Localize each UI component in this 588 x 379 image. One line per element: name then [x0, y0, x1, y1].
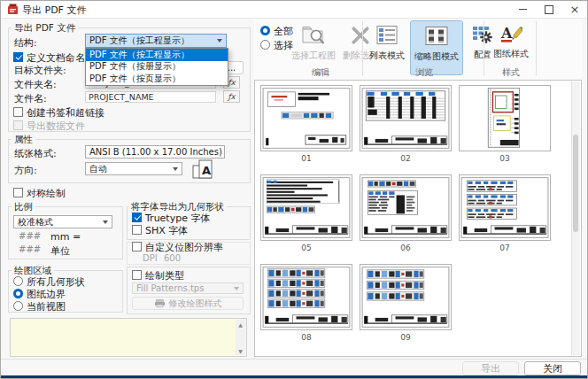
edit-group-caption: 编辑	[312, 66, 329, 79]
structure-combobox[interactable]: PDF 文件（按工程显示）	[85, 34, 227, 48]
formula-icon: ƒx	[228, 78, 235, 87]
style-group-caption: 样式	[502, 66, 520, 79]
thumbnail-drawing	[261, 175, 352, 240]
list-mode-button[interactable]: 列表模式	[365, 20, 409, 75]
paper-format-combobox[interactable]: ANSI B (11.00 x 17.00 Inches)	[85, 145, 225, 159]
orientation-combobox[interactable]: 自动	[85, 162, 182, 175]
modify-plot-style-button: 修改绘图样式	[132, 297, 244, 310]
svg-text:A: A	[500, 25, 513, 42]
list-mode-label: 列表模式	[369, 50, 405, 62]
calibration-value: 校准格式	[18, 216, 53, 228]
area-sheet-boundary-radio[interactable]	[13, 289, 23, 298]
pattern-combobox: Fill Patterns.tps	[132, 282, 244, 294]
formula-icon: ƒx	[228, 92, 235, 101]
ellipsis-icon: ...	[228, 63, 236, 73]
sheet-style-icon: A	[499, 24, 522, 44]
area-all-geometry-label: 所有几何形状	[27, 275, 85, 289]
bookmarks-label: 创建书签和超链接	[27, 106, 104, 120]
export-group-title: 导出 PDF 文件	[12, 22, 78, 35]
select-drawing-label: 选择工程图	[291, 50, 336, 62]
description-box[interactable]: ▲ ▼	[10, 318, 247, 357]
thumbnail-label: 06	[360, 244, 452, 252]
close-button[interactable]: ×	[561, 1, 588, 18]
thumbnail-label: 02	[360, 154, 452, 163]
dropdown-option[interactable]: PDF 文件（按页显示）	[86, 73, 228, 85]
bitmap-checkbox[interactable]	[132, 242, 142, 251]
sheet-style-label: 图纸样式	[493, 48, 529, 60]
thumbnail-drawing	[360, 265, 451, 329]
paper-format-label: 纸张格式:	[14, 147, 57, 160]
scale-group-title: 比例	[12, 201, 35, 213]
thumbnail-label: 09	[360, 333, 452, 342]
printer-icon	[154, 298, 166, 308]
thumbnail-mode-icon	[425, 26, 448, 46]
dpi-label: DPI	[143, 253, 158, 263]
modify-plot-style-label: 修改绘图样式	[169, 298, 222, 310]
export-button-label: 导出	[481, 362, 500, 375]
thumbnail-sheet-02[interactable]	[360, 85, 452, 151]
thumbnail-label: 05	[260, 244, 352, 252]
scale-rate-hash: ###	[19, 231, 41, 241]
shx-checkbox[interactable]	[132, 225, 142, 235]
thumbnail-sheet-05[interactable]	[260, 174, 352, 241]
thumbnail-sheet-08[interactable]	[260, 264, 352, 330]
file-formula-button[interactable]: ƒx	[223, 90, 240, 103]
maximize-button[interactable]	[536, 1, 562, 18]
orientation-value: 自动	[89, 163, 107, 175]
naming-formula-checkbox[interactable]	[13, 52, 23, 62]
thumbnail-sheet-01[interactable]	[260, 85, 352, 151]
scroll-down-icon[interactable]: ▼	[236, 346, 245, 355]
file-name-field[interactable]: PROJECT_NAME	[85, 91, 216, 103]
thumbnail-drawing	[261, 265, 352, 329]
orientation-auto-icon: A	[190, 159, 215, 180]
dropdown-option[interactable]: PDF 文件（按册显示）	[86, 61, 228, 73]
truetype-label: Truetype 字体	[145, 212, 210, 225]
chevron-down-icon	[234, 287, 239, 290]
browse-group-caption: 浏览	[415, 66, 433, 79]
area-current-view-radio[interactable]	[13, 301, 23, 311]
scope-all-radio[interactable]	[260, 26, 270, 35]
area-all-geometry-radio[interactable]	[13, 276, 23, 286]
window-title: 导出 PDF 文件	[22, 4, 86, 17]
orientation-label: 方向:	[14, 164, 37, 177]
chevron-down-icon	[217, 39, 222, 43]
symmetry-checkbox[interactable]	[13, 188, 23, 197]
thumbnail-drawing	[360, 86, 451, 151]
thumbnail-sheet-06[interactable]	[360, 174, 452, 241]
bookmarks-checkbox[interactable]	[13, 107, 23, 117]
thumbnail-label: 01	[260, 154, 352, 163]
export-pdf-dialog: 导出 PDF 文件 × 导出 PDF 文件 结构: PDF 文件（按工程显示） …	[0, 0, 588, 379]
file-name-label: 文件名:	[14, 92, 47, 105]
footer-divider	[1, 359, 587, 360]
ribbon-toolbar: 全部 选择 选择工程图 删除选择 编辑	[254, 19, 582, 80]
dropdown-option[interactable]: PDF 文件（按工程显示）	[86, 49, 228, 61]
thumbnail-sheet-03[interactable]	[459, 85, 551, 151]
scrollbar-thumb[interactable]	[573, 135, 578, 232]
truetype-checkbox[interactable]	[132, 213, 142, 222]
thumbnail-label: 03	[459, 154, 551, 163]
thumbnail-label: 08	[260, 333, 352, 342]
pattern-value: Fill Patterns.tps	[136, 283, 204, 293]
bottom-accent-bar	[1, 375, 587, 379]
draw-type-checkbox[interactable]	[132, 270, 142, 280]
paper-format-value: ANSI B (11.00 x 17.00 Inches)	[89, 147, 222, 157]
chevron-down-icon	[173, 167, 178, 171]
thumbnail-scrollbar[interactable]	[571, 81, 580, 355]
thumbnail-sheet-09[interactable]	[360, 264, 452, 330]
thumbnail-sheet-07[interactable]	[459, 174, 551, 241]
scale-rate-mm: mm =	[50, 231, 81, 243]
thumbnail-label: 07	[459, 244, 551, 252]
select-drawing-icon	[301, 23, 326, 47]
thumbnail-drawing	[360, 175, 451, 240]
note-scrollbar[interactable]: ▲ ▼	[236, 320, 245, 355]
structure-dropdown-list: PDF 文件（按工程显示） PDF 文件（按册显示） PDF 文件（按页显示）	[85, 48, 228, 86]
shx-label: SHX 字体	[145, 224, 188, 237]
scope-select-radio[interactable]	[260, 40, 270, 50]
target-folder-label: 目标文件夹:	[14, 64, 66, 77]
scroll-up-icon[interactable]: ▲	[236, 320, 245, 329]
thumbnail-mode-label: 缩略图模式	[414, 50, 459, 63]
close-dialog-button[interactable]: 关闭	[524, 361, 581, 375]
calibration-combobox[interactable]: 校准格式	[13, 215, 112, 228]
minimize-button[interactable]	[509, 1, 536, 18]
thumbnail-drawing	[460, 86, 550, 151]
